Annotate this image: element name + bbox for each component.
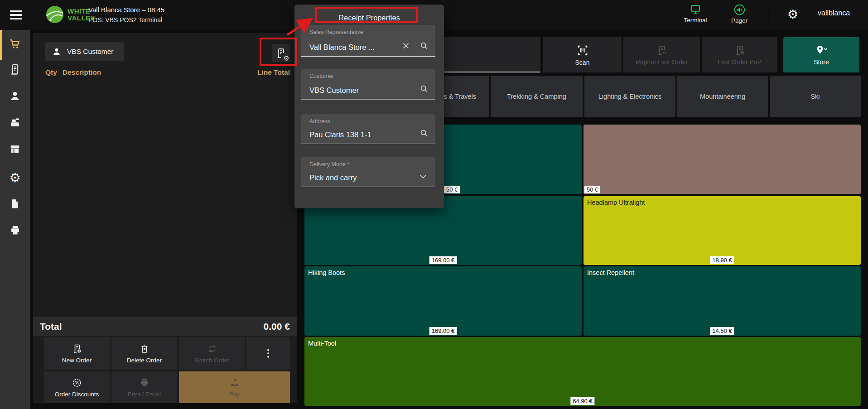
price-tag: 50 €	[444, 186, 460, 193]
product-tile[interactable]: 50 €	[583, 125, 861, 194]
category-tab-mountaineering[interactable]: Mountaineering	[677, 76, 768, 117]
address-field[interactable]: Address Pau Claris 138 1-1	[301, 114, 435, 144]
trash-x-icon	[139, 343, 150, 355]
total-value: 0.00 €	[264, 321, 290, 332]
hamburger-menu-icon[interactable]	[8, 8, 24, 22]
cash-register-icon	[9, 117, 21, 130]
category-tab-trekking-camping[interactable]: Trekking & Camping	[491, 76, 583, 117]
receipt-gear-icon: ⚙	[275, 47, 287, 59]
customer-button-label: VBS Customer	[67, 48, 114, 56]
terminal-button[interactable]: Terminal	[675, 4, 716, 24]
switch-order-button[interactable]: Switch Order	[179, 337, 245, 370]
scan-button[interactable]: Scan	[543, 37, 622, 72]
product-tile-hiking-boots[interactable]: Hiking Boots 169.00 €	[304, 266, 582, 336]
person-icon	[52, 47, 62, 57]
product-name: Headlamp Ultralight	[587, 199, 645, 206]
pay-hand-coin-icon	[229, 377, 240, 389]
logo-globe-icon	[45, 5, 64, 24]
search-icon[interactable]	[419, 84, 429, 94]
receipt-properties-popup: Receipt Properties Sales Representative …	[294, 5, 444, 208]
price-tag: 14.50 €	[710, 327, 734, 335]
category-tab-lighting-electronics[interactable]: Lighting & Electronics	[584, 76, 675, 117]
chevron-down-icon[interactable]	[417, 171, 429, 181]
new-order-button[interactable]: New Order	[44, 337, 110, 370]
more-actions-button[interactable]: ⋮	[246, 337, 290, 370]
price-tag: 18.90 €	[710, 256, 734, 264]
store-icon	[9, 143, 21, 156]
category-tab-ski[interactable]: Ski	[770, 76, 861, 117]
document-icon	[9, 198, 21, 210]
last-order-pop-button[interactable]: Last Order PoP	[702, 37, 777, 72]
topbar-divider	[769, 6, 769, 22]
white-valley-logo: WHITE VALLEY	[45, 5, 95, 24]
sidebar-item-settings[interactable]: ⚙	[6, 168, 24, 187]
pager-speaker-icon	[733, 4, 746, 16]
printer-icon	[9, 224, 21, 236]
pos-app: WHITE VALLEY Vall Blanca Store – 08:45 P…	[0, 0, 868, 409]
reprint-last-order-button[interactable]: Reprint Last Order	[623, 37, 700, 72]
customer-field[interactable]: Customer VBS Customer	[301, 69, 435, 100]
product-name: Insect Repellent	[587, 269, 634, 276]
order-discounts-button[interactable]: Order Discounts	[44, 371, 110, 403]
price-tag: 50 €	[584, 186, 600, 193]
receipt-icon	[9, 63, 21, 76]
product-tile-insect-repellent[interactable]: Insect Repellent 14.50 €	[583, 266, 861, 336]
receipt-plus-icon	[72, 343, 82, 355]
order-lines-area	[33, 84, 297, 318]
discount-badge-icon	[72, 377, 82, 389]
price-tag: 64.90 €	[570, 397, 594, 405]
sidebar-item-documents[interactable]	[6, 195, 24, 213]
column-description: Description	[63, 68, 257, 77]
receipt-properties-button[interactable]: ⚙	[272, 44, 290, 62]
sidebar-item-store[interactable]	[6, 140, 24, 159]
column-line-total: Line Total	[257, 68, 290, 77]
clear-icon[interactable]	[401, 41, 411, 51]
location-pin-chevron-icon	[814, 44, 829, 56]
terminal-monitor-icon	[689, 4, 702, 15]
receipt-check-icon	[734, 44, 746, 56]
sales-representative-field[interactable]: Sales Representative Vall Blanca Store .…	[301, 25, 435, 57]
price-tag: 169.00 €	[429, 256, 457, 264]
sidebar-item-orders[interactable]	[6, 60, 24, 78]
store-session-title: Vall Blanca Store – 08:45	[88, 5, 164, 15]
username-label[interactable]: vallblanca	[818, 9, 850, 17]
receipt-rewind-icon	[656, 44, 668, 56]
column-qty: Qty	[45, 68, 63, 77]
nav-sidebar: ⚙	[0, 30, 30, 409]
price-tag: 169.00 €	[429, 327, 457, 335]
session-info: Vall Blanca Store – 08:45 POS: VBS POS2 …	[88, 5, 164, 25]
barcode-scan-icon	[576, 44, 589, 57]
kebab-menu-icon: ⋮	[263, 347, 273, 359]
search-icon[interactable]	[419, 41, 429, 51]
person-icon	[9, 90, 21, 102]
printer-icon	[139, 377, 150, 389]
pos-terminal-subtitle: POS: VBS POS2 Terminal	[88, 15, 164, 25]
sidebar-item-cash-register[interactable]	[6, 114, 24, 132]
product-tile-multi-tool[interactable]: Multi-Tool 64.90 €	[304, 337, 861, 406]
customer-button[interactable]: VBS Customer	[45, 42, 124, 61]
product-name: Hiking Boots	[308, 269, 345, 276]
pager-button[interactable]: Pager	[719, 4, 760, 24]
popup-title: Receipt Properties	[294, 14, 444, 22]
product-tile-headlamp-ultralight[interactable]: Headlamp Ultralight 18.90 €	[583, 196, 861, 265]
product-name: Multi-Tool	[308, 340, 336, 347]
order-panel: VBS Customer ⚙ Qty Description Line Tota…	[33, 33, 297, 403]
sidebar-item-printer[interactable]	[6, 221, 24, 239]
order-lines-header: Qty Description Line Total	[45, 68, 290, 77]
gear-icon: ⚙	[9, 170, 20, 185]
delivery-mode-select[interactable]: Delivery Mode * Pick and carry	[301, 157, 435, 187]
switch-arrows-icon	[207, 343, 217, 355]
sidebar-item-customers[interactable]	[6, 87, 24, 105]
search-icon[interactable]	[419, 128, 429, 138]
active-item-indicator	[0, 30, 2, 60]
delete-order-button[interactable]: Delete Order	[111, 337, 177, 370]
order-total-row: Total 0.00 €	[33, 317, 297, 336]
store-selector-button[interactable]: Store	[783, 37, 859, 72]
cart-icon	[8, 37, 22, 51]
pay-button[interactable]: Pay	[179, 371, 290, 403]
total-label: Total	[40, 321, 62, 332]
sidebar-item-cart[interactable]	[6, 35, 24, 53]
print-email-button[interactable]: Print / Email	[111, 371, 177, 403]
settings-gear-icon[interactable]: ⚙	[785, 6, 801, 23]
